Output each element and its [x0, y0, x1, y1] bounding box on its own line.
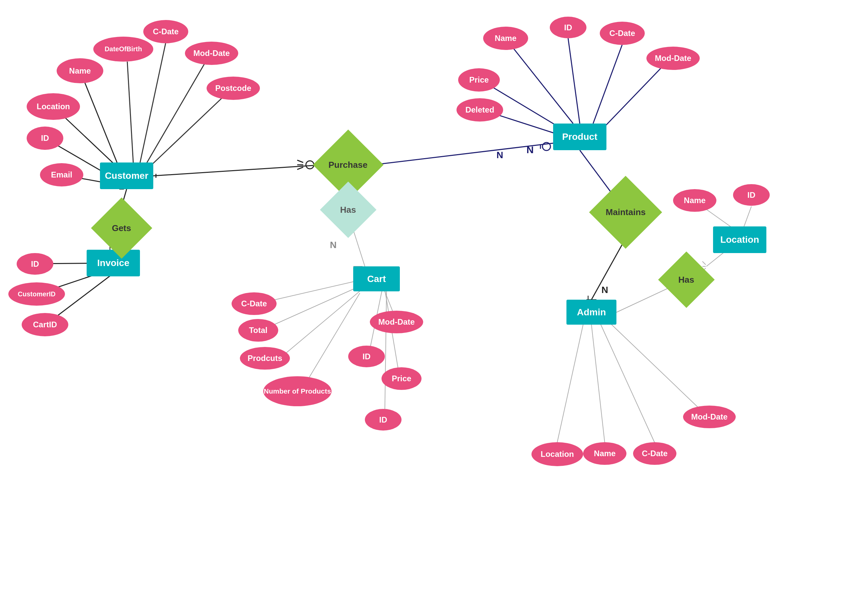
svg-line-31	[385, 291, 387, 410]
attr-cust-moddate: Mod-Date	[185, 42, 238, 65]
svg-line-40	[600, 322, 655, 443]
attr-admin-moddate: Mod-Date	[683, 406, 736, 428]
svg-line-30	[385, 290, 400, 379]
svg-line-44	[297, 160, 303, 162]
svg-line-23	[353, 230, 365, 266]
attr-cust-location: Location	[27, 93, 80, 120]
svg-text:N: N	[496, 150, 503, 160]
attr-prod-id: ID	[550, 17, 586, 38]
attr-admin-name: Name	[583, 442, 627, 465]
entity-customer: Customer	[100, 162, 153, 189]
attr-admin-location: Location	[531, 442, 583, 466]
attr-prod-deleted: Deleted	[457, 98, 503, 121]
attr-prod-price: Price	[458, 68, 500, 92]
attr-cart-total: Total	[238, 319, 278, 342]
svg-line-37	[743, 206, 751, 229]
er-diagram-svg: N N N N	[0, 0, 853, 616]
attr-cart-cdate: C-Date	[232, 292, 276, 315]
svg-line-38	[557, 325, 583, 443]
attr-cart-products: Prodcuts	[240, 347, 290, 369]
attr-inv-cartid: CartID	[22, 313, 68, 336]
svg-line-7	[152, 88, 232, 165]
entity-admin: Admin	[566, 300, 616, 325]
svg-line-8	[505, 38, 573, 124]
svg-line-4	[127, 62, 133, 163]
svg-line-46	[297, 167, 303, 170]
svg-line-33	[592, 238, 626, 300]
svg-line-65	[703, 261, 706, 265]
attr-cust-id: ID	[27, 127, 63, 150]
svg-line-10	[593, 45, 622, 124]
attr-prod-cdate: C-Date	[600, 22, 645, 45]
attr-cust-dob: DateOfBirth	[93, 36, 153, 62]
attr-cust-name: Name	[57, 58, 103, 83]
svg-text:N: N	[527, 144, 534, 155]
svg-line-20	[373, 143, 553, 165]
entity-invoice: Invoice	[87, 250, 140, 276]
svg-line-39	[592, 325, 605, 443]
svg-text:N: N	[330, 240, 337, 250]
entity-cart: Cart	[353, 266, 400, 291]
attr-loc-id: ID	[733, 184, 770, 206]
attr-cust-cdate: C-Date	[143, 20, 188, 43]
attr-cart-id: ID	[348, 346, 385, 367]
svg-line-5	[140, 43, 165, 163]
svg-line-19	[153, 165, 323, 176]
svg-line-26	[278, 290, 361, 360]
svg-line-1	[80, 71, 120, 170]
attr-cart-id2: ID	[365, 409, 402, 431]
attr-inv-id: ID	[17, 253, 53, 275]
entity-product: Product	[553, 124, 606, 150]
svg-line-6	[147, 53, 211, 163]
attr-cart-numprods: Number of Products	[263, 376, 332, 406]
attr-cart-price: Price	[381, 367, 422, 390]
attr-cust-postcode: Postcode	[206, 77, 260, 100]
svg-text:N: N	[601, 285, 608, 295]
svg-line-41	[606, 320, 709, 418]
attr-prod-moddate: Mod-Date	[647, 47, 700, 70]
attr-loc-name: Name	[673, 189, 716, 212]
attr-admin-cdate: C-Date	[633, 442, 676, 465]
entity-location: Location	[713, 226, 766, 253]
svg-line-9	[568, 38, 580, 124]
attr-cart-moddate: Mod-Date	[370, 311, 423, 333]
attr-cust-email: Email	[40, 163, 83, 186]
attr-prod-name: Name	[483, 27, 528, 50]
attr-inv-custid: CustomerID	[8, 282, 65, 306]
